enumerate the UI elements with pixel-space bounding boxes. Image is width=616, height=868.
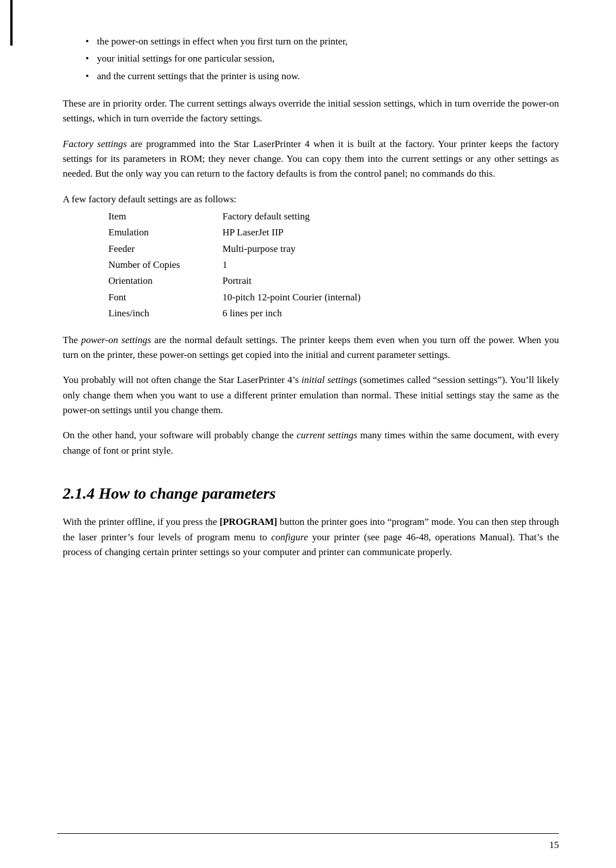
table-row: Feeder Multi-purpose tray: [108, 242, 559, 256]
power-on-italic: power-on settings: [81, 335, 151, 345]
item-value: HP LaserJet IIP: [222, 227, 283, 238]
bullet-text-2: your initial settings for one particular…: [97, 53, 274, 64]
page: the power-on settings in effect when you…: [0, 0, 616, 868]
paragraph-factory-settings: Factory settings are programmed into the…: [63, 137, 559, 182]
table-cell-value: Multi-purpose tray: [222, 242, 559, 256]
table-intro-text: A few factory default settings are as fo…: [63, 194, 237, 205]
table-cell-item: Lines/inch: [108, 306, 222, 321]
paragraph-power-on: The power-on settings are the normal def…: [63, 333, 559, 363]
item-label: Emulation: [108, 227, 149, 238]
table-cell-item: Font: [108, 290, 222, 305]
bullet-text-3: and the current settings that the printe…: [97, 71, 300, 81]
table-header-item: Item: [108, 209, 222, 224]
table-cell-value: 10-pitch 12-point Courier (internal): [222, 290, 559, 305]
paragraph-priority: These are in priority order. The current…: [63, 96, 559, 127]
table-row: Lines/inch 6 lines per inch: [108, 306, 559, 321]
page-number: 15: [549, 840, 559, 851]
table-row: Orientation Portrait: [108, 274, 559, 288]
table-header-item-text: Item: [108, 211, 126, 222]
item-label: Font: [108, 292, 126, 303]
program-button-label: [PROGRAM]: [220, 516, 277, 527]
bullet-text-1: the power-on settings in effect when you…: [97, 36, 348, 47]
table-row: Number of Copies 1: [108, 258, 559, 272]
item-value: Portrait: [222, 275, 252, 286]
table-cell-item: Emulation: [108, 225, 222, 240]
table-row: Emulation HP LaserJet IIP: [108, 225, 559, 240]
initial-pre: You probably will not often change the S…: [63, 374, 302, 385]
bullet-item-1: the power-on settings in effect when you…: [86, 34, 559, 49]
main-content: the power-on settings in effect when you…: [63, 34, 559, 560]
bullet-item-2: your initial settings for one particular…: [86, 51, 559, 66]
item-value: Multi-purpose tray: [222, 243, 295, 254]
table-header-value: Factory default setting: [222, 209, 559, 224]
settings-table: Item Factory default setting Emulation H…: [108, 209, 559, 321]
item-label: Feeder: [108, 243, 135, 254]
item-label: Number of Copies: [108, 259, 180, 270]
factory-settings-italic: Factory settings: [63, 138, 127, 149]
table-cell-value: 6 lines per inch: [222, 306, 559, 321]
table-cell-item: Feeder: [108, 242, 222, 256]
current-italic: current settings: [297, 430, 357, 441]
item-value: 6 lines per inch: [222, 308, 282, 319]
item-label: Orientation: [108, 275, 152, 286]
table-cell-item: Number of Copies: [108, 258, 222, 272]
section-p1-pre: With the printer offline, if you press t…: [63, 516, 220, 527]
item-label: Lines/inch: [108, 308, 149, 319]
bottom-rule: [57, 833, 559, 834]
section-heading-2-1-4: 2.1.4 How to change parameters: [63, 481, 559, 506]
paragraph-factory-text: are programmed into the Star LaserPrinte…: [63, 138, 559, 180]
configure-italic: configure: [271, 532, 308, 543]
table-row: Font 10-pitch 12-point Courier (internal…: [108, 290, 559, 305]
current-pre: On the other hand, your software will pr…: [63, 430, 297, 441]
paragraph-initial-settings: You probably will not often change the S…: [63, 373, 559, 418]
paragraph-priority-text: These are in priority order. The current…: [63, 98, 559, 124]
bullet-item-3: and the current settings that the printe…: [86, 69, 559, 84]
section-paragraph: With the printer offline, if you press t…: [63, 515, 559, 560]
table-cell-item: Orientation: [108, 274, 222, 288]
table-header-row: Item Factory default setting: [108, 209, 559, 224]
left-margin-bar: [10, 0, 13, 46]
table-cell-value: Portrait: [222, 274, 559, 288]
bullet-list: the power-on settings in effect when you…: [86, 34, 559, 84]
initial-italic: initial settings: [302, 374, 357, 385]
table-cell-value: HP LaserJet IIP: [222, 225, 559, 240]
item-value: 1: [222, 259, 228, 270]
table-cell-value: 1: [222, 258, 559, 272]
power-on-pre: The: [63, 335, 81, 345]
section-heading-text: 2.1.4 How to change parameters: [63, 484, 275, 502]
item-value: 10-pitch 12-point Courier (internal): [222, 292, 360, 303]
table-intro: A few factory default settings are as fo…: [63, 192, 559, 207]
table-header-value-text: Factory default setting: [222, 211, 310, 222]
paragraph-current-settings: On the other hand, your software will pr…: [63, 428, 559, 458]
